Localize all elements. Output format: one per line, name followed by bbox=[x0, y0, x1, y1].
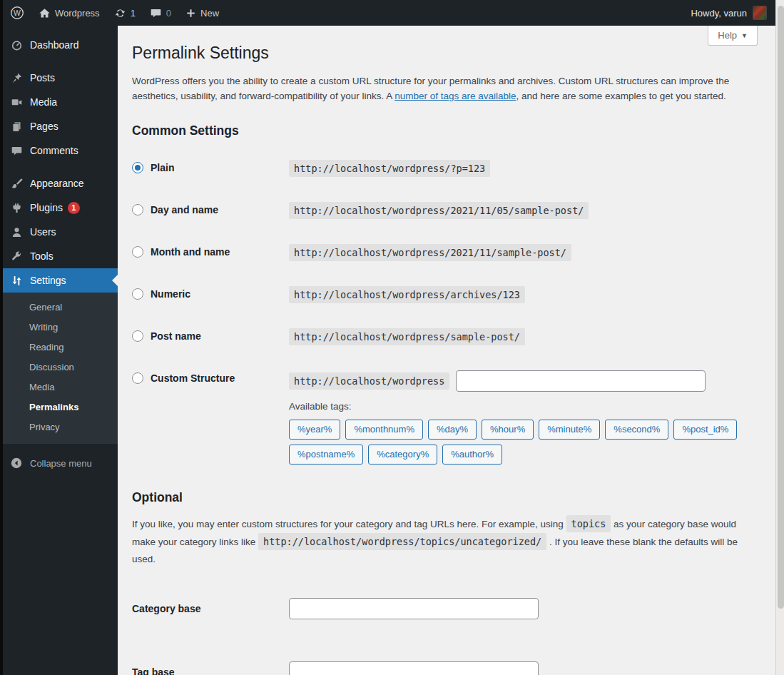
post-name-label[interactable]: Post name bbox=[151, 330, 201, 342]
tags-available-link[interactable]: number of tags are available bbox=[394, 91, 516, 101]
tag-minute-button[interactable]: %minute% bbox=[539, 420, 600, 440]
submenu-item-permalinks[interactable]: Permalinks bbox=[3, 397, 118, 417]
day-name-example-url: http://localhost/wordpress/2021/11/05/sa… bbox=[289, 202, 589, 219]
comments-menu[interactable]: 0 bbox=[143, 0, 178, 26]
sidebar-item-label: Plugins bbox=[30, 202, 63, 213]
sidebar-item-appearance[interactable]: Appearance bbox=[3, 171, 118, 196]
option-row-day-name: Day and name http://localhost/wordpress/… bbox=[132, 202, 747, 223]
sidebar-item-label: Pages bbox=[30, 121, 58, 132]
submenu-item-reading[interactable]: Reading bbox=[3, 338, 118, 357]
sidebar-item-label: Media bbox=[30, 96, 57, 108]
help-tab-button[interactable]: Help ▼ bbox=[708, 26, 758, 46]
option-row-numeric: Numeric http://localhost/wordpress/archi… bbox=[132, 286, 747, 308]
tag-author-button[interactable]: %author% bbox=[442, 445, 502, 465]
topics-code: topics bbox=[566, 515, 611, 532]
main-content: Help ▼ Permalink Settings WordPress offe… bbox=[118, 26, 775, 675]
optional-text-1: If you like, you may enter custom struct… bbox=[132, 519, 566, 529]
new-content-menu[interactable]: New bbox=[178, 0, 226, 26]
collapse-arrow-icon bbox=[9, 456, 24, 470]
submenu-item-discussion[interactable]: Discussion bbox=[3, 357, 118, 377]
pages-icon bbox=[9, 119, 24, 133]
submenu-item-privacy[interactable]: Privacy bbox=[3, 417, 118, 437]
sidebar-item-tools[interactable]: Tools bbox=[3, 244, 118, 268]
custom-structure-input[interactable] bbox=[456, 370, 706, 392]
sidebar-item-label: Users bbox=[30, 226, 56, 238]
comments-icon bbox=[9, 143, 24, 158]
tag-postname-button[interactable]: %postname% bbox=[289, 445, 363, 465]
user-icon bbox=[9, 225, 24, 239]
tag-year-button[interactable]: %year% bbox=[289, 420, 340, 440]
option-row-month-name: Month and name http://localhost/wordpres… bbox=[132, 244, 747, 265]
chevron-down-icon: ▼ bbox=[741, 32, 748, 39]
tag-monthnum-button[interactable]: %monthnum% bbox=[345, 420, 423, 440]
tag-base-row: Tag base bbox=[132, 661, 747, 675]
plugins-update-badge: 1 bbox=[68, 202, 80, 214]
page-scrollbar[interactable] bbox=[775, 0, 784, 675]
updates-menu[interactable]: 1 bbox=[107, 0, 143, 26]
submenu-item-general[interactable]: General bbox=[3, 298, 118, 318]
sidebar-item-plugins[interactable]: Plugins 1 bbox=[3, 196, 118, 220]
wrench-icon bbox=[9, 249, 24, 263]
plugin-icon bbox=[9, 201, 24, 215]
settings-sliders-icon bbox=[9, 273, 24, 288]
category-base-row: Category base bbox=[132, 598, 747, 619]
submenu-item-writing[interactable]: Writing bbox=[3, 318, 118, 338]
day-name-radio[interactable] bbox=[132, 204, 143, 215]
sidebar-item-dashboard[interactable]: Dashboard bbox=[3, 33, 118, 57]
sidebar-item-comments[interactable]: Comments bbox=[3, 138, 118, 163]
tag-base-input[interactable] bbox=[289, 661, 539, 675]
option-row-custom-structure: Custom Structure http://localhost/wordpr… bbox=[132, 370, 747, 465]
admin-sidebar: Dashboard Posts Media Pages Comments bbox=[3, 26, 118, 675]
optional-heading: Optional bbox=[132, 490, 747, 505]
sidebar-item-media[interactable]: Media bbox=[3, 90, 118, 114]
day-name-label[interactable]: Day and name bbox=[151, 204, 218, 215]
plus-icon bbox=[185, 8, 196, 19]
category-base-input[interactable] bbox=[289, 598, 539, 619]
howdy-user-label[interactable]: Howdy, varun bbox=[691, 8, 747, 19]
submenu-item-media[interactable]: Media bbox=[3, 377, 118, 397]
post-name-radio[interactable] bbox=[132, 330, 143, 342]
screen-left-edge bbox=[0, 0, 3, 675]
custom-structure-radio[interactable] bbox=[132, 372, 143, 384]
collapse-menu-button[interactable]: Collapse menu bbox=[3, 451, 118, 475]
site-name-menu[interactable]: Wordpress bbox=[31, 0, 107, 26]
comments-count: 0 bbox=[166, 8, 171, 19]
numeric-label[interactable]: Numeric bbox=[151, 288, 190, 300]
month-name-radio[interactable] bbox=[132, 246, 143, 258]
common-settings-heading: Common Settings bbox=[132, 123, 747, 138]
tag-day-button[interactable]: %day% bbox=[428, 420, 477, 440]
user-avatar[interactable] bbox=[753, 6, 767, 20]
option-row-post-name: Post name http://localhost/wordpress/sam… bbox=[132, 328, 747, 350]
month-name-label[interactable]: Month and name bbox=[151, 246, 230, 258]
custom-structure-label[interactable]: Custom Structure bbox=[151, 372, 235, 384]
page-title: Permalink Settings bbox=[132, 43, 747, 64]
sidebar-item-label: Settings bbox=[30, 275, 66, 286]
sidebar-item-users[interactable]: Users bbox=[3, 220, 118, 244]
sidebar-item-label: Dashboard bbox=[30, 39, 79, 51]
sidebar-item-label: Tools bbox=[30, 250, 54, 262]
plain-radio[interactable] bbox=[132, 162, 143, 173]
sidebar-item-settings[interactable]: Settings bbox=[3, 268, 118, 293]
post-name-example-url: http://localhost/wordpress/sample-post/ bbox=[289, 328, 525, 345]
scrollbar-thumb[interactable] bbox=[778, 6, 784, 609]
updates-count: 1 bbox=[131, 8, 136, 19]
sidebar-item-posts[interactable]: Posts bbox=[3, 66, 118, 90]
tag-hour-button[interactable]: %hour% bbox=[482, 420, 534, 440]
help-label: Help bbox=[718, 30, 737, 41]
tag-category-button[interactable]: %category% bbox=[368, 445, 437, 465]
available-tags-label: Available tags: bbox=[289, 401, 753, 412]
plain-label[interactable]: Plain bbox=[151, 162, 174, 173]
sidebar-item-label: Posts bbox=[30, 72, 55, 83]
plain-example-url: http://localhost/wordpress/?p=123 bbox=[289, 160, 490, 177]
media-icon bbox=[9, 95, 24, 109]
appearance-brush-icon bbox=[9, 176, 24, 191]
current-menu-arrow bbox=[112, 274, 118, 287]
sidebar-item-pages[interactable]: Pages bbox=[3, 114, 118, 138]
tag-post-id-button[interactable]: %post_id% bbox=[673, 420, 737, 440]
comment-bubble-icon bbox=[150, 7, 162, 19]
site-name-label: Wordpress bbox=[55, 8, 100, 19]
numeric-radio[interactable] bbox=[132, 288, 143, 300]
wordpress-logo-menu[interactable]: W bbox=[3, 0, 31, 26]
admin-bar: W Wordpress 1 0 New Howdy, varun bbox=[3, 0, 775, 26]
tag-second-button[interactable]: %second% bbox=[605, 420, 668, 440]
